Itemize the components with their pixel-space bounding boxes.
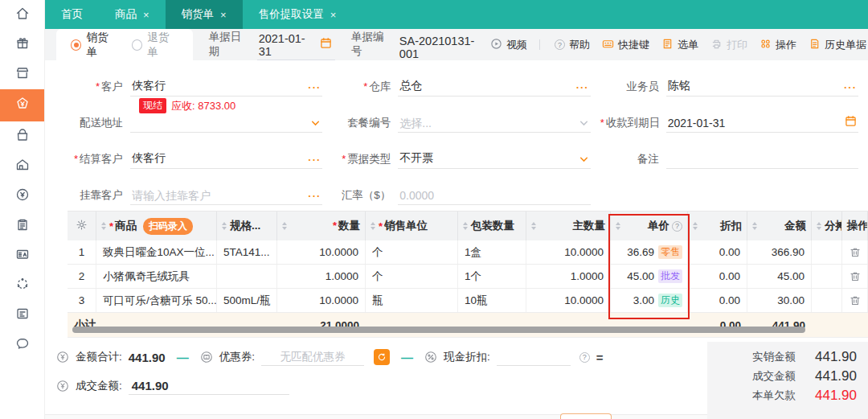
history-docs-button[interactable]: 历史单据 <box>809 38 866 52</box>
sort-icon[interactable] <box>693 222 698 230</box>
doc-number-value[interactable]: SA-20210131-001 <box>399 35 490 60</box>
price-help-icon[interactable]: ? <box>672 221 682 232</box>
tab-close-icon[interactable]: × <box>220 9 227 21</box>
column-settings-button[interactable] <box>68 212 96 240</box>
product-cell[interactable]: 小猪佩奇毛绒玩具 <box>96 265 217 288</box>
sort-icon[interactable] <box>817 222 821 230</box>
affiliate-picker-icon[interactable]: ··· <box>308 190 321 202</box>
delete-row-button[interactable] <box>842 265 868 288</box>
warehouse-input[interactable]: 总仓··· <box>398 77 590 97</box>
chevron-down-icon[interactable] <box>579 154 589 165</box>
sidebar-item-orders[interactable] <box>0 211 44 240</box>
tab-close-icon[interactable]: × <box>143 9 149 21</box>
unit-cell[interactable]: 个 <box>366 265 458 288</box>
delivery-address-input[interactable] <box>130 113 322 133</box>
header-qty[interactable]: *数量 <box>277 212 366 240</box>
remark-text[interactable] <box>668 153 857 166</box>
deal-amount-input-wrap[interactable]: 441.90 <box>129 377 289 395</box>
sort-icon[interactable] <box>282 222 287 230</box>
sort-icon[interactable] <box>531 222 536 230</box>
sort-icon[interactable] <box>463 222 468 230</box>
tab-sales-order[interactable]: 销货单× <box>166 0 243 29</box>
refresh-coupon-button[interactable] <box>374 349 390 365</box>
tab-price-settings[interactable]: 售价提取设置× <box>243 0 353 29</box>
sidebar-item-home[interactable] <box>0 0 44 30</box>
sidebar-item-warehouse[interactable] <box>0 151 44 181</box>
delete-row-button[interactable] <box>842 240 868 264</box>
package-no-text[interactable] <box>399 117 588 129</box>
settle-customer-picker-icon[interactable]: ··· <box>308 154 321 166</box>
header-main-qty[interactable]: 主数量 <box>526 212 611 240</box>
header-discount[interactable]: 折扣 <box>688 212 747 240</box>
package-no-input[interactable] <box>398 113 590 133</box>
cash-discount-input[interactable] <box>497 351 571 363</box>
sidebar-item-contacts[interactable] <box>0 240 44 270</box>
delete-row-button[interactable] <box>842 289 868 312</box>
pkg-qty-cell[interactable]: 10瓶 <box>458 289 526 312</box>
sidebar-item-sales[interactable] <box>0 89 44 121</box>
product-cell[interactable]: 可口可乐/含糖可乐 50... <box>96 289 217 312</box>
exchange-rate-text[interactable] <box>399 189 588 202</box>
product-cell[interactable]: 致典日曜金10AX一位... <box>96 240 217 264</box>
discount-cell[interactable]: 0.00 <box>688 240 747 264</box>
operations-button[interactable]: 操作 <box>760 38 796 52</box>
customer-input[interactable]: 侠客行··· <box>130 77 322 97</box>
sidebar-item-funds[interactable] <box>0 181 44 211</box>
sidebar-item-purchase[interactable] <box>0 121 44 151</box>
sidebar-item-share[interactable] <box>0 270 44 300</box>
due-date-input[interactable]: 2021-01-31 <box>666 113 858 133</box>
sidebar-item-gift[interactable] <box>0 30 44 60</box>
sort-icon[interactable] <box>222 222 227 230</box>
partially-visible-button[interactable] <box>560 413 612 419</box>
doc-date-value[interactable]: 2021-01-31 <box>259 32 315 58</box>
settle-customer-input[interactable]: 侠客行··· <box>130 150 322 169</box>
sort-icon[interactable] <box>371 222 375 230</box>
discount-cell[interactable]: 0.00 <box>688 265 747 288</box>
affiliate-customer-input[interactable]: ··· <box>130 186 322 205</box>
chevron-down-icon[interactable] <box>310 118 321 129</box>
sort-icon[interactable] <box>752 222 757 230</box>
remark-input[interactable] <box>666 150 858 169</box>
sort-icon[interactable] <box>101 222 106 230</box>
pkg-qty-cell[interactable]: 1个 <box>458 265 526 288</box>
sidebar-item-messages[interactable] <box>0 330 44 359</box>
qty-cell[interactable]: 10.0000 <box>277 289 366 312</box>
horizontal-scrollbar[interactable] <box>72 327 805 333</box>
radio-return-order[interactable]: 退货单 <box>132 31 178 60</box>
calendar-icon[interactable] <box>320 37 332 52</box>
affiliate-customer-text[interactable] <box>132 189 321 202</box>
warehouse-picker-icon[interactable]: ··· <box>576 81 589 93</box>
sidebar-item-store[interactable] <box>0 60 44 89</box>
pkg-qty-cell[interactable]: 1盒 <box>458 240 526 264</box>
print-button[interactable]: 打印 <box>710 38 747 52</box>
header-price[interactable]: 单价? <box>611 212 688 240</box>
delivery-address-text[interactable] <box>132 117 321 129</box>
invoice-type-select[interactable]: 不开票 <box>398 150 590 169</box>
help-button[interactable]: ?帮助 <box>552 38 590 52</box>
header-product[interactable]: *商品扫码录入 <box>96 212 217 240</box>
pick-order-button[interactable]: 选单 <box>661 38 698 52</box>
header-unit[interactable]: *销售单位 <box>366 212 458 240</box>
unit-cell[interactable]: 瓶 <box>366 289 458 312</box>
customer-picker-icon[interactable]: ··· <box>308 81 321 93</box>
price-cell[interactable]: 45.00批发 <box>611 265 688 288</box>
hotkeys-button[interactable]: 快捷键 <box>602 38 649 52</box>
scan-entry-button[interactable]: 扫码录入 <box>143 218 193 235</box>
header-pkg-qty[interactable]: 包装数量 <box>458 212 526 240</box>
qty-cell[interactable]: 10.0000 <box>277 240 366 264</box>
chevron-down-icon[interactable] <box>579 118 589 129</box>
tab-products[interactable]: 商品× <box>99 0 166 29</box>
unit-cell[interactable]: 个 <box>366 240 458 264</box>
salesman-picker-icon[interactable]: ··· <box>844 81 857 93</box>
tab-home[interactable]: 首页 <box>45 0 99 29</box>
discount-cell[interactable]: 0.00 <box>688 289 747 312</box>
coupon-input[interactable] <box>261 351 364 363</box>
exchange-rate-input[interactable] <box>398 186 590 205</box>
cash-discount-help-icon[interactable]: ? <box>579 352 590 363</box>
header-amount[interactable]: 金额 <box>747 212 812 240</box>
qty-cell[interactable]: 1.0000 <box>277 265 366 288</box>
price-cell[interactable]: 3.00历史 <box>611 289 688 312</box>
spec-cell[interactable] <box>217 265 277 288</box>
radio-sales-order[interactable]: 销货单 <box>71 31 117 60</box>
salesman-input[interactable]: 陈铭··· <box>666 77 858 97</box>
